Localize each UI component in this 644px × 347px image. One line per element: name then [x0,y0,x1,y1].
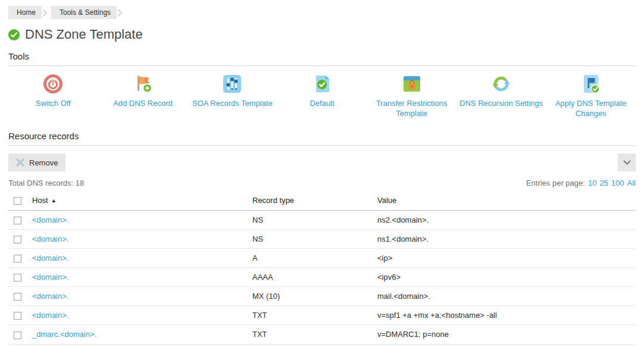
tool-label: Add DNS Record [113,98,173,108]
table-row: <domain>. A <ip> [8,249,636,268]
record-type-cell: NS [252,211,377,230]
host-link[interactable]: <domain>. [32,292,68,301]
entries-option-all[interactable]: All [627,179,636,187]
entries-per-page: Entries per page:1025100All [526,179,636,187]
host-link[interactable]: <domain>. [32,235,68,243]
remove-x-icon [16,158,24,167]
row-checkbox[interactable] [14,236,21,243]
table-row: <domain>. NS ns2.<domain>. [8,211,636,230]
column-header-record-type-label: Record type [252,196,294,205]
column-header-value[interactable]: Value [377,190,636,211]
record-type-cell: AAAA [252,268,377,287]
host-link[interactable]: <domain>. [32,311,68,320]
value-cell: ns1.<domain>. [377,230,636,249]
row-checkbox[interactable] [14,274,21,282]
tool-item-transfer-restrictions-template[interactable]: Transfer Restrictions Template [367,74,457,118]
tool-label: SOA Records Template [192,98,273,108]
table-row: _dmarc.<domain>. TXT v=DMARC1; p=none [8,325,636,344]
records-info-row: Total DNS records: 18 Entries per page:1… [8,179,636,187]
refresh-icon [491,74,511,94]
sliders-icon [222,74,242,94]
tool-label: Apply DNS Template Changes [546,98,636,118]
flag-check-icon [581,74,601,94]
power-icon [43,74,63,94]
flag-add-icon [133,74,153,94]
table-row: <domain>. NS ns1.<domain>. [8,230,636,249]
resource-records-title: Resource records [8,131,636,146]
value-cell: mail.<domain>. [377,287,636,306]
tool-item-switch-off[interactable]: Switch Off [8,74,98,118]
row-checkbox[interactable] [14,217,21,224]
host-link[interactable]: _dmarc.<domain>. [32,330,96,339]
tool-label: Default [310,98,334,108]
host-link[interactable]: <domain>. [32,254,68,262]
column-header-host-label: Host [32,196,48,205]
row-checkbox[interactable] [14,255,21,262]
host-link[interactable]: <domain>. [32,273,68,282]
remove-button[interactable]: Remove [8,154,65,171]
records-toolbar: Remove [8,154,636,171]
tools-section-title: Tools [8,51,636,66]
total-records-label: Total DNS records: 18 [8,179,84,187]
value-cell: v=spf1 +a +mx +a:<hostname> -all [377,306,636,325]
chevron-down-icon [623,160,631,165]
row-checkbox[interactable] [14,332,21,339]
table-row: <domain>. AAAA <ipv6> [8,268,636,287]
row-checkbox[interactable] [14,293,21,301]
lock-box-icon [402,74,422,94]
record-type-cell: TXT [252,306,377,325]
tool-item-add-dns-record[interactable]: Add DNS Record [98,74,188,118]
tool-item-apply-dns-template-changes[interactable]: Apply DNS Template Changes [546,74,636,118]
breadcrumb: Home Tools & Settings [8,6,636,19]
tool-label: Transfer Restrictions Template [367,98,457,118]
column-header-record-type[interactable]: Record type [252,190,377,211]
record-type-cell: A [252,249,377,268]
sort-asc-icon: ▲ [51,198,57,204]
value-cell: <ipv6> [377,268,636,287]
table-row: ftp.<domain>. CNAME <domain>. [8,344,636,347]
tools-row: Switch Off Add DNS Record [8,66,636,126]
page-title-row: DNS Zone Template [8,27,636,42]
record-type-cell: CNAME [252,344,377,347]
row-checkbox[interactable] [14,312,21,320]
document-check-icon [312,74,332,94]
select-all-checkbox[interactable] [14,197,21,205]
table-row: <domain>. TXT v=spf1 +a +mx +a:<hostname… [8,306,636,325]
tool-item-dns-recursion-settings[interactable]: DNS Recursion Settings [457,74,546,118]
record-type-cell: NS [252,230,377,249]
column-header-host[interactable]: Host▲ [32,190,252,211]
record-type-cell: MX (10) [252,287,377,306]
value-cell: <domain>. [377,344,636,347]
check-circle-icon [8,29,20,40]
value-cell: v=DMARC1; p=none [377,325,636,344]
page-title: DNS Zone Template [25,27,143,42]
entries-option-25[interactable]: 25 [599,179,608,187]
tool-label: DNS Recursion Settings [459,98,543,108]
page: Home Tools & Settings DNS Zone Template … [0,0,644,347]
tool-label: Switch Off [36,98,71,108]
breadcrumb-item-tools-settings[interactable]: Tools & Settings [51,6,117,19]
records-table-body: <domain>. NS ns2.<domain>. <domain>. NS … [8,211,636,347]
resource-records-section: Resource records Remove Total DNS record… [8,131,636,347]
breadcrumb-item-home[interactable]: Home [8,6,42,19]
remove-button-label: Remove [29,158,58,167]
host-link[interactable]: <domain>. [32,215,68,224]
record-type-cell: TXT [252,325,377,344]
entries-per-page-label: Entries per page: [526,179,585,187]
entries-option-10[interactable]: 10 [588,179,596,187]
records-table: Host▲ Record type Value <domain>. NS ns2… [8,190,636,347]
table-row: <domain>. MX (10) mail.<domain>. [8,287,636,306]
column-header-value-label: Value [377,196,396,205]
table-header-row: Host▲ Record type Value [8,190,636,211]
tool-item-soa-records-template[interactable]: SOA Records Template [187,74,277,118]
value-cell: ns2.<domain>. [377,211,636,230]
entries-option-100[interactable]: 100 [611,179,624,187]
value-cell: <ip> [377,249,636,268]
tool-item-default[interactable]: Default [277,74,367,118]
search-toggle-button[interactable] [618,154,636,171]
